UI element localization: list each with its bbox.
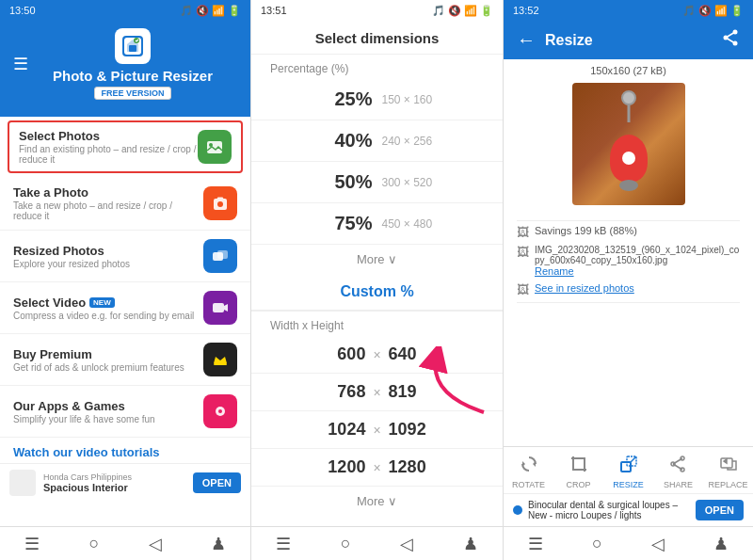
more-percentage[interactable]: More ∨ [251, 245, 503, 274]
replace-icon [719, 455, 738, 478]
ad-open-btn-3[interactable]: OPEN [696, 500, 744, 520]
svg-marker-19 [522, 461, 525, 467]
status-icons-2: 🎵 🔇 📶 🔋 [432, 5, 493, 17]
nav-menu-icon[interactable]: ☰ [24, 534, 40, 554]
bottom-nav-2: ☰ ○ ◁ ♟ [251, 526, 503, 560]
share-header-icon[interactable] [721, 28, 740, 52]
dim-row-50[interactable]: 50% 300 × 520 [251, 162, 503, 203]
share-icon [669, 455, 688, 478]
wh-x-4: × [373, 460, 380, 475]
status-bar-2: 13:51 🎵 🔇 📶 🔋 [251, 0, 503, 21]
wh-row-1024-1092[interactable]: 1024 × 1092 [251, 411, 503, 449]
dim-header: Select dimensions [251, 21, 503, 55]
svg-marker-18 [533, 461, 536, 467]
nav3-back-icon[interactable]: ◁ [651, 534, 665, 554]
video-icon [211, 298, 230, 317]
menu-item-our-apps[interactable]: Our Apps & Games Simplify your life & ha… [0, 386, 250, 438]
dim-percent-40: 40% [307, 130, 373, 152]
select-video-icon-btn[interactable] [203, 291, 237, 325]
menu-item-buy-premium[interactable]: Buy Premium Get rid of ads & unlock prem… [0, 334, 250, 386]
svg-rect-20 [621, 462, 631, 472]
camera-icon [211, 194, 230, 213]
menu-item-title-take-photo: Take a Photo [13, 185, 203, 200]
status-bar-1: 13:50 🎵 🔇 📶 🔋 [0, 0, 250, 21]
buy-premium-icon-btn[interactable] [203, 343, 237, 376]
menu-item-subtitle-our-apps: Simplify your life & have some fun [13, 414, 203, 424]
dim-row-75[interactable]: 75% 450 × 480 [251, 203, 503, 245]
watch-tutorials[interactable]: Watch our video tutorials [0, 438, 250, 463]
dim-row-25[interactable]: 25% 150 × 160 [251, 79, 503, 120]
nav3-menu-icon[interactable]: ☰ [528, 534, 543, 554]
wh-row-600-640[interactable]: 600 × 640 [251, 336, 503, 374]
menu-item-title-buy-premium: Buy Premium [13, 347, 203, 361]
toolbar-share[interactable]: SHARE [653, 455, 703, 489]
nav-back-icon[interactable]: ◁ [149, 534, 162, 554]
wh-label: Width x Height [251, 312, 503, 336]
menu-item-resized-photos[interactable]: Resized Photos Explore your resized phot… [0, 231, 250, 282]
menu-item-subtitle-resized-photos: Explore your resized photos [13, 259, 203, 269]
see-resized-icon: 🖼 [517, 282, 529, 296]
phone1: 13:50 🎵 🔇 📶 🔋 ☰ Photo & Picture Resize [0, 0, 250, 560]
status-icons-3: 🎵 🔇 📶 🔋 [682, 5, 744, 17]
menu-item-select-photos[interactable]: Select Photos Find an existing photo – a… [8, 120, 243, 173]
nav2-circle-icon[interactable]: ○ [341, 534, 351, 553]
nav-circle-icon[interactable]: ○ [88, 534, 99, 553]
rename-link[interactable]: Rename [535, 265, 740, 277]
hamburger-icon[interactable]: ☰ [13, 54, 28, 74]
ad-icon-1 [9, 470, 36, 496]
status-bar-3: 13:52 🎵 🔇 📶 🔋 [504, 0, 753, 21]
nav2-person-icon[interactable]: ♟ [463, 534, 478, 554]
toolbar-resize[interactable]: RESIZE [603, 455, 653, 489]
svg-rect-10 [214, 363, 227, 365]
menu-item-select-video[interactable]: Select Video NEW Compress a video e.g. f… [0, 282, 250, 334]
status-icons-1: 🎵 🔇 📶 🔋 [180, 5, 241, 17]
menu-item-title-select-video: Select Video NEW [13, 296, 203, 310]
toolbar-replace[interactable]: REPLACE [703, 455, 753, 489]
menu-item-title-our-apps: Our Apps & Games [13, 399, 203, 413]
nav3-circle-icon[interactable]: ○ [592, 534, 602, 553]
bottom-nav-1: ☰ ○ ◁ ♟ [0, 526, 250, 560]
dim-percent-75: 75% [307, 213, 373, 234]
ad-open-btn-1[interactable]: OPEN [193, 472, 241, 493]
status-time-3: 13:52 [513, 5, 539, 16]
resize-icon [619, 455, 638, 478]
nav-person-icon[interactable]: ♟ [211, 534, 226, 554]
wh-row-1200-1280[interactable]: 1200 × 1280 [251, 449, 503, 487]
svg-rect-4 [207, 141, 222, 153]
menu-item-title-select-photos: Select Photos [19, 129, 198, 143]
app-logo-container: Photo & Picture Resizer FREE VERSION [28, 28, 237, 100]
toolbar-crop[interactable]: CROP [553, 455, 603, 489]
nav2-back-icon[interactable]: ◁ [400, 534, 413, 554]
photo-thumbnail [572, 83, 685, 205]
nav3-person-icon[interactable]: ♟ [713, 534, 729, 554]
svg-point-12 [218, 409, 222, 413]
toolbar-rotate[interactable]: ROTATE [504, 455, 553, 489]
phone3: 13:52 🎵 🔇 📶 🔋 ← Resize 150x160 (27 kB) [503, 0, 753, 560]
new-badge: NEW [89, 297, 115, 308]
menu-item-take-photo[interactable]: Take a Photo Take a new photo – and resi… [0, 177, 250, 231]
wh-h-640: 640 [389, 344, 417, 364]
more-wh[interactable]: More ∨ [251, 487, 503, 516]
dim-size-75: 450 × 480 [382, 217, 448, 231]
dim-row-40[interactable]: 40% 240 × 256 [251, 120, 503, 162]
file-icon: 🖼 [517, 245, 529, 259]
nav2-menu-icon[interactable]: ☰ [276, 534, 291, 554]
resize-label: RESIZE [613, 480, 644, 489]
photo-container [504, 79, 753, 209]
custom-percent-btn[interactable]: Custom % [251, 274, 503, 312]
resized-photos-icon-btn[interactable] [203, 239, 237, 273]
svg-point-3 [134, 38, 139, 43]
app-icon-svg [120, 33, 146, 59]
see-resized-link[interactable]: See in resized photos [535, 282, 634, 294]
take-photo-icon-btn[interactable] [203, 186, 237, 220]
ad2-text: Binocular dental & surgical loupes – New… [528, 500, 696, 520]
our-apps-icon-btn[interactable] [203, 394, 237, 428]
wh-x-2: × [373, 385, 380, 400]
back-arrow-icon[interactable]: ← [517, 29, 536, 51]
select-photos-icon-btn[interactable] [198, 130, 232, 164]
dim-size-25: 150 × 160 [382, 93, 448, 106]
status-time-2: 13:51 [261, 5, 287, 16]
wh-row-768-819[interactable]: 768 × 819 [251, 374, 503, 411]
rotate-icon [520, 455, 538, 478]
menu-item-subtitle-take-photo: Take a new photo – and resize / crop / r… [13, 200, 203, 221]
